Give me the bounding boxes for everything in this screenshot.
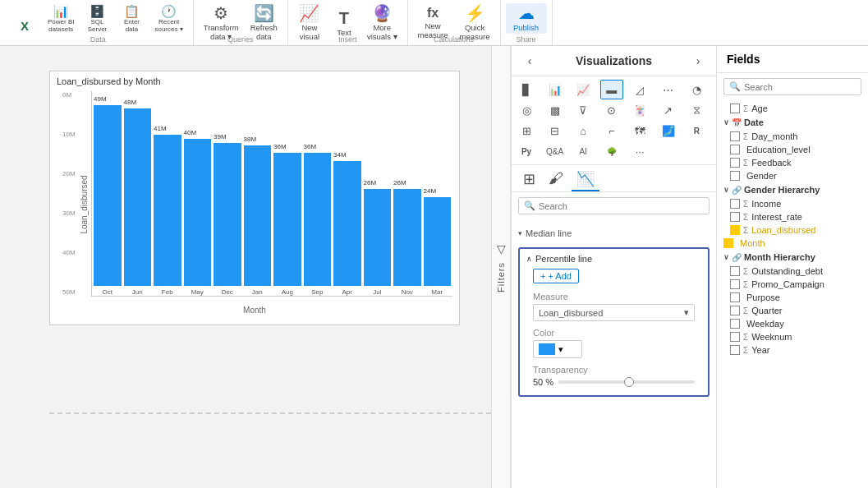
fields-search-input[interactable] bbox=[744, 82, 857, 92]
field-checkbox[interactable] bbox=[730, 279, 740, 289]
bar-wrap[interactable]: 24MMar bbox=[424, 94, 452, 296]
field-item[interactable]: ΣWeeknum bbox=[717, 330, 868, 343]
transparency-slider[interactable] bbox=[558, 380, 695, 384]
field-item[interactable]: ΣPromo_Campaign bbox=[717, 278, 868, 291]
canvas-area[interactable]: Loan_disbursed by Month Loan_disbursed 5… bbox=[0, 46, 491, 488]
viz-icon-decomp[interactable]: 🌳 bbox=[600, 141, 623, 161]
excel-button[interactable]: X bbox=[8, 18, 41, 35]
bar-wrap[interactable]: 36MAug bbox=[273, 94, 301, 296]
field-checkbox[interactable] bbox=[730, 104, 740, 113]
recent-sources-button[interactable]: 🕐 Recentsources ▾ bbox=[149, 3, 187, 35]
field-item[interactable]: Education_level bbox=[717, 143, 868, 156]
viz-tab-format[interactable]: 🖌 bbox=[544, 168, 568, 191]
field-checkbox[interactable] bbox=[730, 332, 740, 342]
viz-icon-bar-cluster[interactable]: ▬ bbox=[600, 80, 623, 99]
field-item[interactable]: ΣFeedback bbox=[717, 156, 868, 169]
field-item[interactable]: Gender bbox=[717, 169, 868, 182]
viz-tab-fields[interactable]: ⊞ bbox=[518, 168, 540, 191]
viz-icon-funnel[interactable]: ⊽ bbox=[572, 100, 595, 120]
field-item[interactable]: ΣDay_month bbox=[717, 130, 868, 143]
slider-thumb[interactable] bbox=[624, 377, 634, 387]
field-item[interactable]: Month bbox=[717, 237, 868, 250]
field-item[interactable]: ΣQuarter bbox=[717, 304, 868, 317]
viz-icon-slicer[interactable]: ⧖ bbox=[685, 100, 708, 120]
text-box-button[interactable]: T Text bbox=[328, 8, 361, 39]
field-item[interactable]: Weekday bbox=[717, 317, 868, 330]
bar-wrap[interactable]: 48MJun bbox=[124, 94, 152, 296]
viz-icon-ribbon[interactable]: ⌐ bbox=[600, 121, 623, 140]
field-checkbox[interactable] bbox=[730, 158, 740, 168]
median-line-section[interactable]: ▾ Median line bbox=[512, 223, 716, 244]
viz-icon-ai[interactable]: AI bbox=[572, 141, 595, 161]
field-item[interactable]: ΣAge bbox=[717, 102, 868, 115]
transparency-section: Transparency 50 % bbox=[526, 361, 701, 390]
chart-container[interactable]: Loan_disbursed by Month Loan_disbursed 5… bbox=[49, 71, 460, 325]
viz-back-arrow[interactable]: ‹ bbox=[521, 53, 538, 69]
viz-icon-donut[interactable]: ◎ bbox=[515, 100, 538, 120]
viz-tab-analytics[interactable]: 📉 bbox=[572, 168, 599, 191]
field-checkbox[interactable] bbox=[723, 238, 733, 248]
field-item[interactable]: ΣLoan_disbursed bbox=[717, 223, 868, 237]
viz-icon-pie[interactable]: ◔ bbox=[685, 80, 708, 99]
viz-icon-area[interactable]: ◿ bbox=[628, 80, 651, 99]
bar-wrap[interactable]: 26MJul bbox=[364, 94, 392, 296]
viz-icon-table[interactable]: ⊞ bbox=[515, 121, 538, 140]
viz-icon-qa[interactable]: Q&A bbox=[544, 141, 567, 161]
viz-search-input[interactable] bbox=[539, 201, 704, 211]
field-checkbox[interactable] bbox=[730, 266, 740, 276]
publish-button[interactable]: ☁ Publish bbox=[506, 3, 547, 34]
viz-forward-arrow[interactable]: › bbox=[690, 53, 706, 69]
sql-server-button[interactable]: 🗄️ SQLServer bbox=[80, 3, 113, 35]
fields-search-box[interactable]: 🔍 bbox=[723, 78, 861, 95]
viz-search-box[interactable]: 🔍 bbox=[518, 197, 710, 214]
viz-icon-matrix[interactable]: ⊟ bbox=[544, 121, 567, 140]
viz-icon-card[interactable]: 🃏 bbox=[628, 100, 651, 120]
viz-icon-filled-map[interactable]: 🗾 bbox=[657, 121, 680, 140]
add-percentile-button[interactable]: + + Add bbox=[533, 269, 579, 283]
viz-icon-line[interactable]: 📈 bbox=[572, 80, 595, 99]
viz-icon-scatter[interactable]: ⋯ bbox=[657, 80, 680, 99]
bar-wrap[interactable]: 40MMay bbox=[184, 94, 212, 296]
field-checkbox[interactable] bbox=[730, 171, 740, 181]
viz-icon-python[interactable]: Py bbox=[515, 141, 538, 161]
bar-wrap[interactable]: 36MSep bbox=[304, 94, 332, 296]
field-item[interactable]: ΣInterest_rate bbox=[717, 210, 868, 223]
bar-wrap[interactable]: 41MFeb bbox=[154, 94, 181, 296]
bar-wrap[interactable]: 38MJan bbox=[244, 94, 272, 296]
bar-wrap[interactable]: 34MApr bbox=[333, 94, 361, 296]
bar-wrap[interactable]: 49MOct bbox=[94, 94, 122, 296]
enter-data-button[interactable]: 📋 Enterdata bbox=[115, 3, 148, 35]
field-checkbox[interactable] bbox=[730, 145, 740, 154]
filters-panel[interactable]: ▽ Filters bbox=[491, 46, 511, 488]
field-checkbox[interactable] bbox=[730, 131, 740, 141]
viz-icon-waterfall[interactable]: ⌂ bbox=[572, 121, 595, 140]
bar-wrap[interactable]: 39MDec bbox=[214, 94, 241, 296]
viz-icon-column[interactable]: 📊 bbox=[544, 80, 567, 99]
field-checkbox[interactable] bbox=[730, 345, 740, 355]
field-checkbox[interactable] bbox=[730, 212, 740, 222]
field-item[interactable]: ΣOutstanding_debt bbox=[717, 265, 868, 278]
viz-icon-treemap[interactable]: ▩ bbox=[544, 100, 567, 120]
field-item[interactable]: ΣYear bbox=[717, 343, 868, 357]
viz-icon-r-visual[interactable]: R bbox=[685, 121, 708, 140]
powerbi-datasets-button[interactable]: 📊 Power BIdatasets bbox=[43, 3, 79, 35]
field-checkbox[interactable] bbox=[730, 225, 740, 235]
viz-icon-bar[interactable]: ▊ bbox=[515, 80, 538, 99]
field-group-header-gender-hierarchy[interactable]: ∨🔗Gender Hierarchy bbox=[717, 182, 868, 197]
field-checkbox[interactable] bbox=[730, 292, 740, 302]
field-checkbox[interactable] bbox=[730, 306, 740, 315]
viz-icon-gauge[interactable]: ⊙ bbox=[600, 100, 623, 120]
field-checkbox[interactable] bbox=[730, 319, 740, 329]
viz-icon-more[interactable]: ··· bbox=[628, 141, 651, 161]
field-checkbox[interactable] bbox=[730, 199, 740, 209]
field-group-header-date[interactable]: ∨📅Date bbox=[717, 115, 868, 130]
viz-icon-map[interactable]: 🗺 bbox=[628, 121, 651, 140]
measure-dropdown[interactable]: Loan_disbursed ▾ bbox=[533, 304, 695, 321]
field-item[interactable]: Purpose bbox=[717, 291, 868, 304]
viz-icon-kpi[interactable]: ↗ bbox=[657, 100, 680, 120]
color-dropdown[interactable]: ▾ bbox=[533, 340, 582, 358]
bar-wrap[interactable]: 26MNov bbox=[393, 94, 421, 296]
percentile-line-section[interactable]: ∧ Percentile line + + Add Measure Loan_d… bbox=[518, 247, 710, 397]
field-item[interactable]: ΣIncome bbox=[717, 197, 868, 210]
field-group-header-month-hierarchy[interactable]: ∨🔗Month Hierarchy bbox=[717, 250, 868, 265]
